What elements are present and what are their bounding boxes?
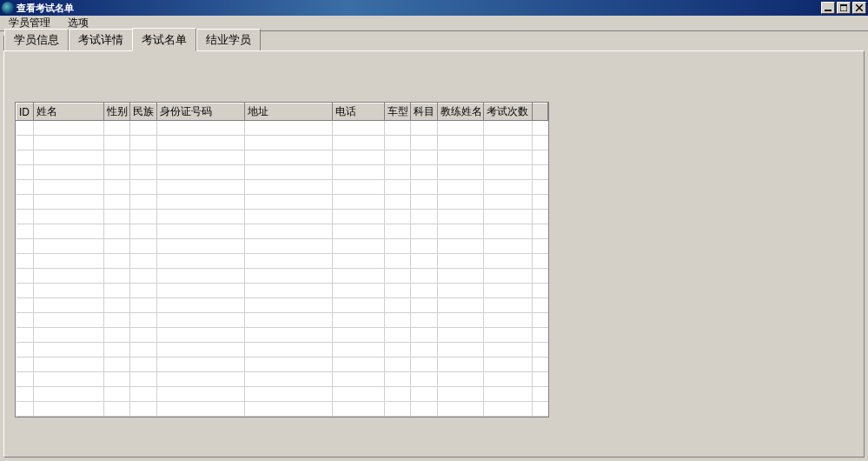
col-header-ethnicity[interactable]: 民族 [130, 104, 156, 121]
table-cell[interactable] [532, 372, 547, 387]
table-cell[interactable] [34, 387, 104, 402]
table-cell[interactable] [156, 269, 244, 284]
table-cell[interactable] [244, 136, 332, 150]
col-header-subject[interactable]: 科目 [411, 104, 437, 121]
table-cell[interactable] [103, 298, 129, 313]
table-cell[interactable] [411, 357, 437, 372]
table-cell[interactable] [17, 165, 34, 180]
table-cell[interactable] [130, 224, 156, 239]
table-cell[interactable] [385, 136, 411, 150]
table-cell[interactable] [244, 224, 332, 239]
table-cell[interactable] [332, 284, 385, 298]
table-cell[interactable] [437, 254, 484, 269]
table-cell[interactable] [332, 402, 385, 417]
table-cell[interactable] [385, 180, 411, 195]
table-cell[interactable] [411, 254, 437, 269]
table-cell[interactable] [244, 372, 332, 387]
table-cell[interactable] [103, 180, 129, 195]
table-cell[interactable] [103, 402, 129, 417]
table-cell[interactable] [130, 195, 156, 210]
table-cell[interactable] [130, 343, 156, 357]
table-cell[interactable] [411, 269, 437, 284]
table-cell[interactable] [484, 313, 533, 328]
table-cell[interactable] [532, 313, 547, 328]
table-cell[interactable] [34, 298, 104, 313]
table-cell[interactable] [411, 180, 437, 195]
table-cell[interactable] [156, 284, 244, 298]
table-cell[interactable] [130, 121, 156, 136]
table-cell[interactable] [34, 357, 104, 372]
table-cell[interactable] [332, 150, 385, 165]
table-cell[interactable] [103, 313, 129, 328]
table-row[interactable] [17, 210, 548, 224]
table-cell[interactable] [103, 121, 129, 136]
table-cell[interactable] [103, 224, 129, 239]
table-cell[interactable] [156, 210, 244, 224]
table-cell[interactable] [34, 239, 104, 254]
table-cell[interactable] [532, 284, 547, 298]
table-cell[interactable] [34, 254, 104, 269]
table-cell[interactable] [103, 239, 129, 254]
table-cell[interactable] [437, 239, 484, 254]
table-cell[interactable] [156, 224, 244, 239]
table-cell[interactable] [532, 298, 547, 313]
table-cell[interactable] [244, 343, 332, 357]
table-cell[interactable] [332, 239, 385, 254]
table-cell[interactable] [411, 284, 437, 298]
table-cell[interactable] [437, 387, 484, 402]
table-cell[interactable] [385, 298, 411, 313]
table-cell[interactable] [532, 328, 547, 343]
table-cell[interactable] [244, 328, 332, 343]
table-cell[interactable] [34, 165, 104, 180]
table-cell[interactable] [437, 372, 484, 387]
table-cell[interactable] [411, 210, 437, 224]
table-cell[interactable] [411, 165, 437, 180]
table-cell[interactable] [437, 402, 484, 417]
table-cell[interactable] [244, 121, 332, 136]
col-header-address[interactable]: 地址 [244, 104, 332, 121]
table-cell[interactable] [156, 387, 244, 402]
table-cell[interactable] [34, 402, 104, 417]
table-cell[interactable] [17, 372, 34, 387]
table-cell[interactable] [437, 165, 484, 180]
tab-grad-student[interactable]: 结业学员 [196, 29, 261, 50]
table-cell[interactable] [437, 121, 484, 136]
table-cell[interactable] [411, 313, 437, 328]
table-cell[interactable] [156, 195, 244, 210]
table-cell[interactable] [411, 402, 437, 417]
table-cell[interactable] [385, 372, 411, 387]
table-cell[interactable] [244, 195, 332, 210]
table-cell[interactable] [484, 150, 533, 165]
table-cell[interactable] [17, 195, 34, 210]
table-row[interactable] [17, 357, 548, 372]
table-cell[interactable] [156, 239, 244, 254]
table-cell[interactable] [332, 343, 385, 357]
table-cell[interactable] [484, 165, 533, 180]
table-cell[interactable] [130, 372, 156, 387]
table-cell[interactable] [332, 121, 385, 136]
table-cell[interactable] [332, 328, 385, 343]
col-header-id-number[interactable]: 身份证号码 [156, 104, 244, 121]
table-cell[interactable] [385, 313, 411, 328]
table-cell[interactable] [484, 136, 533, 150]
table-cell[interactable] [156, 298, 244, 313]
table-cell[interactable] [244, 150, 332, 165]
table-cell[interactable] [130, 239, 156, 254]
table-cell[interactable] [532, 180, 547, 195]
table-row[interactable] [17, 372, 548, 387]
tab-exam-detail[interactable]: 考试详情 [69, 29, 133, 50]
table-cell[interactable] [484, 269, 533, 284]
table-cell[interactable] [156, 343, 244, 357]
table-cell[interactable] [332, 269, 385, 284]
table-cell[interactable] [34, 284, 104, 298]
table-cell[interactable] [244, 239, 332, 254]
table-row[interactable] [17, 269, 548, 284]
table-cell[interactable] [332, 387, 385, 402]
col-header-sex[interactable]: 性别 [103, 104, 129, 121]
table-cell[interactable] [34, 136, 104, 150]
col-header-id[interactable]: ID [17, 104, 34, 121]
table-cell[interactable] [437, 343, 484, 357]
table-row[interactable] [17, 150, 548, 165]
table-cell[interactable] [34, 328, 104, 343]
table-cell[interactable] [244, 284, 332, 298]
